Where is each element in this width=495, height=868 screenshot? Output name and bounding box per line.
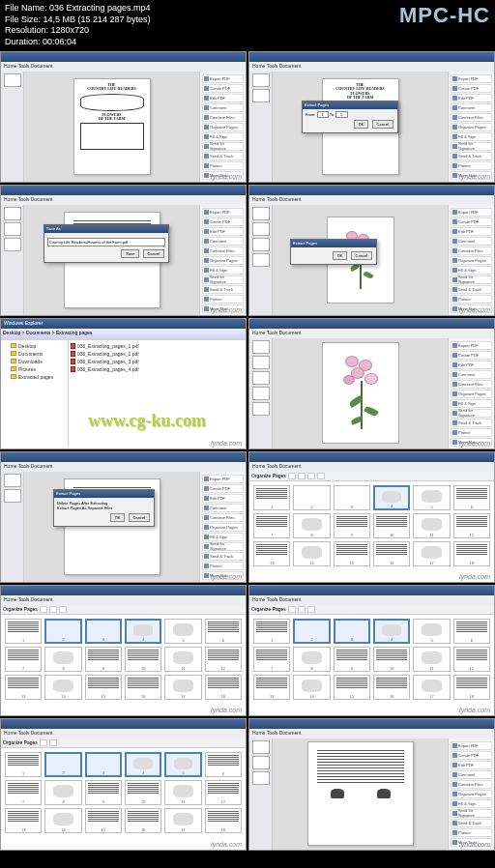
page-thumb[interactable]: 11: [164, 647, 201, 672]
tool-button[interactable]: [49, 739, 57, 746]
app-menubar[interactable]: Home Tools Document: [1, 462, 246, 472]
app-menubar[interactable]: Home Tools Document: [249, 195, 494, 205]
tool-item[interactable]: Organize Pages: [202, 256, 244, 265]
page-thumb[interactable]: 15: [85, 808, 122, 833]
tool-item[interactable]: Send for Signature: [451, 809, 492, 818]
tool-item[interactable]: Protect: [451, 428, 492, 437]
tool-item[interactable]: Edit PDF: [202, 94, 244, 102]
page-thumb[interactable]: 7: [5, 647, 42, 672]
app-menubar[interactable]: Home Tools Document: [249, 462, 494, 472]
tool-item[interactable]: Fill & Sign: [451, 399, 492, 408]
tool-button[interactable]: [307, 473, 315, 479]
tool-item[interactable]: Combine Files: [202, 246, 244, 255]
page-thumb[interactable]: 13: [5, 675, 42, 700]
pages-grid-view[interactable]: 123456789101112131415161718: [1, 615, 246, 715]
tool-item[interactable]: Fill & Sign: [202, 533, 244, 541]
page-thumb[interactable]: 9: [85, 647, 122, 672]
page-thumb[interactable]: 16: [125, 808, 161, 833]
document-canvas[interactable]: [273, 738, 448, 850]
app-menubar[interactable]: Home Tools Document: [249, 329, 494, 338]
tool-item[interactable]: Protect: [451, 828, 492, 837]
tool-item[interactable]: Organize Pages: [451, 256, 492, 265]
page-thumb[interactable]: 5: [164, 752, 201, 777]
pages-grid-view[interactable]: 123456789101112131415161718: [249, 615, 494, 715]
tool-item[interactable]: Send for Signature: [202, 142, 244, 151]
pages-grid-view[interactable]: 123456789101112131415161718: [1, 748, 246, 850]
page-thumb[interactable]: 4: [373, 619, 410, 644]
page-thumb[interactable]: 4: [125, 752, 161, 777]
tool-item[interactable]: Edit PDF: [202, 494, 244, 503]
app-menubar[interactable]: Home Tools Document: [1, 595, 246, 605]
tool-item[interactable]: Comment: [202, 504, 244, 512]
page-thumb[interactable]: 1: [253, 619, 290, 644]
page-thumb[interactable]: 15: [334, 541, 370, 566]
page-thumb[interactable]: 7: [5, 780, 42, 805]
page-thumb[interactable]: 17: [164, 808, 201, 833]
page-thumbs-panel[interactable]: [1, 472, 24, 582]
organize-toolbar[interactable]: Organize Pages: [1, 738, 246, 748]
page-thumb[interactable]: 8: [44, 780, 81, 805]
tool-item[interactable]: Send & Track: [202, 285, 244, 294]
page-thumb[interactable]: 8: [293, 513, 330, 538]
page-thumb[interactable]: 6: [205, 752, 242, 777]
tool-item[interactable]: Send & Track: [202, 152, 244, 160]
tool-item[interactable]: Comment: [202, 237, 244, 246]
tool-item[interactable]: Send & Track: [202, 552, 244, 561]
tool-item[interactable]: Export PDF: [451, 741, 492, 750]
page-thumb[interactable]: 10: [125, 647, 161, 672]
tool-item[interactable]: Create PDF: [451, 84, 492, 93]
tool-item[interactable]: Organize Pages: [202, 123, 244, 131]
tool-item[interactable]: Create PDF: [451, 217, 492, 226]
app-menubar[interactable]: Home Tools Document: [249, 729, 494, 738]
tool-item[interactable]: Comment: [451, 770, 492, 779]
tool-item[interactable]: Combine Files: [451, 246, 492, 255]
tool-item[interactable]: Comment: [451, 103, 492, 112]
app-menubar[interactable]: Home Tools Document: [1, 729, 246, 738]
page-thumb[interactable]: 7: [253, 647, 290, 672]
tool-item[interactable]: Combine Files: [202, 113, 244, 122]
tool-item[interactable]: Send & Track: [451, 152, 492, 160]
page-thumb[interactable]: 18: [205, 808, 242, 833]
file-row[interactable]: 036_Extracting_pages_1.pdf: [71, 342, 244, 350]
page-thumb[interactable]: 3: [334, 619, 370, 644]
tree-item[interactable]: Extracted pages: [3, 373, 66, 381]
page-thumb[interactable]: 18: [453, 541, 490, 566]
from-input[interactable]: 1: [317, 111, 329, 118]
page-thumb[interactable]: 10: [373, 513, 410, 538]
tool-item[interactable]: Combine Files: [451, 113, 492, 122]
tool-item[interactable]: Protect: [451, 295, 492, 304]
page-thumb[interactable]: 14: [293, 675, 330, 700]
page-thumb[interactable]: 17: [413, 541, 450, 566]
page-thumbs-panel[interactable]: [249, 205, 273, 315]
tool-item[interactable]: Send for Signature: [451, 409, 492, 418]
tool-item[interactable]: Combine Files: [202, 513, 244, 522]
tree-item[interactable]: Desktop: [3, 342, 66, 350]
organize-toolbar[interactable]: Organize Pages: [249, 605, 494, 615]
tool-item[interactable]: Create PDF: [202, 484, 244, 493]
organize-toolbar[interactable]: Organize Pages: [1, 605, 246, 615]
tool-button[interactable]: [288, 606, 296, 613]
tool-button[interactable]: [40, 739, 47, 746]
tool-item[interactable]: Fill & Sign: [451, 799, 492, 808]
cancel-button[interactable]: Cancel: [129, 513, 150, 522]
page-thumb[interactable]: 6: [453, 485, 490, 510]
page-thumb[interactable]: 13: [5, 808, 42, 833]
page-thumb[interactable]: 8: [44, 647, 81, 672]
tool-item[interactable]: Create PDF: [202, 217, 244, 226]
page-thumb[interactable]: 3: [85, 619, 122, 644]
save-filename[interactable]: Country Life Readers-Flowers of the Farm…: [47, 238, 165, 246]
tool-button[interactable]: [317, 473, 325, 479]
tool-item[interactable]: Organize Pages: [202, 523, 244, 532]
tool-item[interactable]: Combine Files: [451, 380, 492, 389]
page-thumb[interactable]: 5: [413, 485, 450, 510]
page-thumb[interactable]: 2: [44, 619, 81, 644]
page-thumb[interactable]: 13: [253, 541, 290, 566]
page-thumb[interactable]: 5: [164, 619, 201, 644]
tool-item[interactable]: Comment: [451, 237, 492, 246]
ok-button[interactable]: OK: [354, 120, 369, 129]
tool-button[interactable]: [298, 473, 306, 479]
page-thumb[interactable]: 1: [5, 619, 42, 644]
tool-item[interactable]: Create PDF: [451, 351, 492, 360]
tree-item[interactable]: Pictures: [3, 365, 66, 373]
page-thumb[interactable]: 1: [253, 485, 290, 510]
